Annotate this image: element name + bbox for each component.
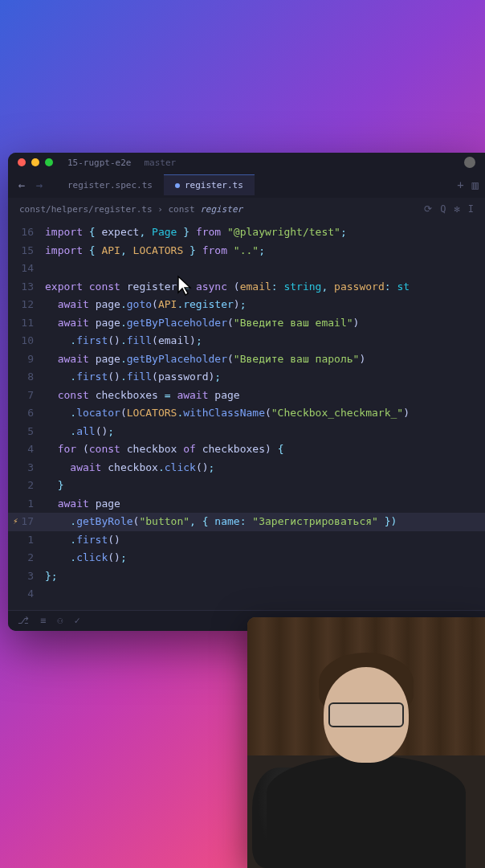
status-icon-2[interactable]: ⚇ (57, 615, 63, 626)
code-line[interactable]: 1 await page (8, 495, 485, 514)
line-number: 10 (8, 332, 45, 350)
code-content[interactable]: .first().fill(password); (45, 368, 221, 387)
new-tab-icon[interactable]: + (457, 178, 463, 191)
line-number: 5 (8, 423, 45, 441)
code-content[interactable]: .all(); (45, 423, 114, 441)
code-content[interactable]: await page.getByPlaceholder("Введите ваш… (45, 350, 365, 369)
code-line[interactable]: 15import { API, LOCATORS } from ".."; (8, 242, 485, 260)
code-line[interactable]: 4 (8, 585, 485, 604)
line-number: ⚡17 (8, 513, 45, 531)
breadcrumb-row: const/helpers/register.ts › const regist… (8, 198, 485, 220)
code-content[interactable]: import { API, LOCATORS } from ".."; (45, 242, 265, 260)
line-number: 1 (8, 495, 45, 514)
code-content[interactable]: export const register = async (email: st… (45, 278, 410, 297)
code-line[interactable]: 14 (8, 260, 485, 278)
line-number: 15 (8, 242, 45, 260)
status-icon-1[interactable]: ≡ (40, 615, 46, 626)
line-number: 7 (8, 387, 45, 405)
breadcrumb-path: const/helpers/register.ts (19, 204, 153, 215)
code-line[interactable]: 9 await page.getByPlaceholder("Введите в… (8, 350, 485, 369)
split-editor-icon[interactable]: ▥ (472, 178, 479, 191)
line-number: 8 (8, 368, 45, 387)
code-line[interactable]: ⚡17 .getByRole("button", { name: "Зареги… (8, 513, 485, 531)
refresh-icon[interactable]: ⟳ (424, 203, 432, 215)
line-number: 1 (8, 531, 45, 550)
code-content[interactable]: .first().fill(email); (45, 332, 202, 350)
code-line[interactable]: 3}; (8, 567, 485, 586)
code-content[interactable]: .first() (45, 531, 120, 550)
code-line[interactable]: 3 await checkbox.click(); (8, 459, 485, 477)
code-content[interactable]: for (const checkbox of checkboxes) { (45, 440, 283, 459)
line-number: 2 (8, 549, 45, 567)
line-number: 2 (8, 477, 45, 495)
code-content[interactable]: .getByRole("button", { name: "Зарегистри… (45, 513, 397, 531)
extensions-icon[interactable]: ✻ (454, 203, 460, 215)
code-line[interactable]: 12 await page.goto(API.register); (8, 296, 485, 314)
tab-register-ts[interactable]: register.ts (164, 174, 255, 195)
close-window-button[interactable] (18, 158, 26, 166)
code-line[interactable]: 13export const register = async (email: … (8, 278, 485, 297)
code-content[interactable]: await page (45, 495, 120, 514)
bolt-icon: ⚡ (13, 513, 18, 531)
code-line[interactable]: 7 const checkboxes = await page (8, 387, 485, 405)
search-icon[interactable]: Q (440, 203, 446, 215)
code-editor[interactable]: 16import { expect, Page } from "@playwri… (8, 220, 485, 610)
code-line[interactable]: 2 .click(); (8, 549, 485, 567)
code-line[interactable]: 16import { expect, Page } from "@playwri… (8, 223, 485, 242)
status-icon-0[interactable]: ⎇ (18, 615, 29, 626)
tab-label: register.ts (185, 180, 243, 190)
line-number: 13 (8, 278, 45, 297)
code-content[interactable]: await page.goto(API.register); (45, 296, 247, 314)
line-number: 9 (8, 350, 45, 369)
user-avatar[interactable] (464, 157, 475, 168)
git-branch: master (144, 158, 176, 168)
text-cursor-icon[interactable]: I (468, 203, 474, 215)
line-number: 6 (8, 404, 45, 423)
code-line[interactable]: 4 for (const checkbox of checkboxes) { (8, 440, 485, 459)
code-line[interactable]: 8 .first().fill(password); (8, 368, 485, 387)
person-body (267, 755, 467, 868)
tab-register-spec-ts[interactable]: register.spec.ts (56, 174, 164, 195)
code-line[interactable]: 6 .locator(LOCATORS.withClassName("Check… (8, 404, 485, 423)
breadcrumb[interactable]: const/helpers/register.ts › const regist… (19, 204, 243, 215)
nav-back-icon[interactable]: ← (14, 178, 29, 191)
project-name: 15-rugpt-e2e (67, 158, 131, 168)
code-line[interactable]: 5 .all(); (8, 423, 485, 441)
editor-window: 15-rugpt-e2e master ← → register.spec.ts… (8, 153, 485, 631)
code-content[interactable]: await page.getByPlaceholder("Введите ваш… (45, 314, 359, 333)
tab-bar: register.spec.tsregister.ts (56, 174, 255, 195)
nav-row: ← → register.spec.tsregister.ts + ▥ (8, 172, 485, 198)
line-number: 3 (8, 567, 45, 586)
traffic-lights (18, 158, 53, 166)
code-content[interactable]: import { expect, Page } from "@playwrigh… (45, 223, 347, 242)
code-line[interactable]: 10 .first().fill(email); (8, 332, 485, 350)
line-number: 16 (8, 223, 45, 242)
title-bar: 15-rugpt-e2e master (8, 153, 485, 172)
line-number: 4 (8, 585, 45, 604)
tab-label: register.spec.ts (67, 180, 153, 190)
code-content[interactable]: }; (45, 567, 58, 586)
code-content[interactable]: .locator(LOCATORS.withClassName("Checkbo… (45, 404, 410, 423)
line-number: 3 (8, 459, 45, 477)
nav-forward-icon[interactable]: → (32, 178, 47, 191)
line-number: 12 (8, 296, 45, 314)
webcam-overlay (247, 617, 485, 868)
code-line[interactable]: 2 } (8, 477, 485, 495)
line-number: 14 (8, 260, 45, 278)
code-content[interactable]: } (45, 477, 63, 495)
code-line[interactable]: 11 await page.getByPlaceholder("Введите … (8, 314, 485, 333)
modified-dot-icon (175, 183, 180, 188)
code-line[interactable]: 1 .first() (8, 531, 485, 550)
maximize-window-button[interactable] (45, 158, 53, 166)
minimize-window-button[interactable] (31, 158, 39, 166)
code-content[interactable]: const checkboxes = await page (45, 387, 240, 405)
glasses-icon (328, 702, 405, 727)
code-content[interactable]: .click(); (45, 549, 127, 567)
status-icon-3[interactable]: ✓ (74, 615, 79, 626)
code-content[interactable]: await checkbox.click(); (45, 459, 214, 477)
line-number: 4 (8, 440, 45, 459)
line-number: 11 (8, 314, 45, 333)
